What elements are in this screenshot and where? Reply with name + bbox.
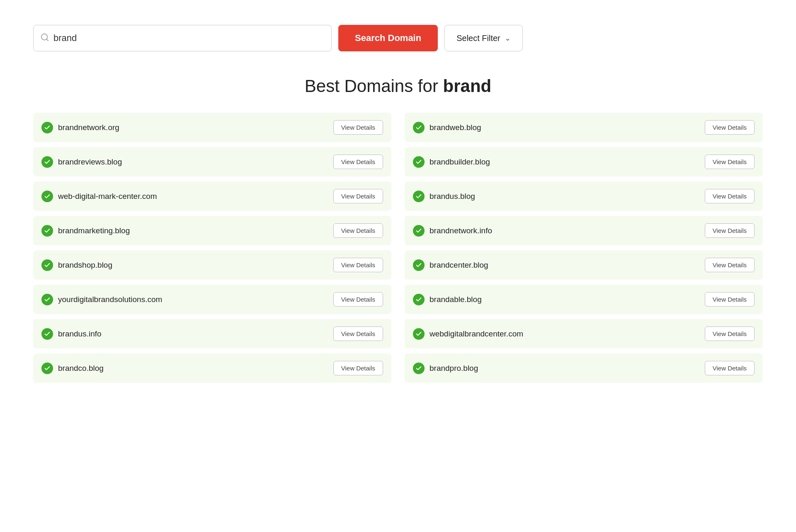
view-details-button[interactable]: View Details (705, 258, 755, 272)
domain-name: brandpro.blog (430, 364, 478, 373)
search-input[interactable] (53, 33, 325, 44)
list-item: brandnetwork.info View Details (405, 216, 763, 245)
domain-left: brandus.info (41, 328, 102, 340)
list-item: brandus.info View Details (33, 319, 391, 348)
list-item: brandshop.blog View Details (33, 250, 391, 280)
list-item: brandreviews.blog View Details (33, 147, 391, 177)
view-details-button[interactable]: View Details (333, 189, 383, 203)
list-item: brandus.blog View Details (405, 181, 763, 211)
view-details-button[interactable]: View Details (705, 223, 755, 238)
search-input-wrapper (33, 25, 332, 51)
domain-name: brandmarketing.blog (58, 226, 130, 235)
domain-left: web-digital-mark-center.com (41, 191, 157, 202)
list-item: brandnetwork.org View Details (33, 113, 391, 142)
svg-line-1 (46, 39, 48, 41)
top-bar: Search Domain Select Filter ⌄ (33, 25, 763, 51)
available-icon (41, 225, 53, 237)
search-domain-button[interactable]: Search Domain (338, 25, 438, 51)
available-icon (41, 363, 53, 374)
domain-name: brandco.blog (58, 364, 104, 373)
domain-left: brandbuilder.blog (413, 156, 490, 168)
domain-name: brandbuilder.blog (430, 157, 490, 167)
available-icon (41, 294, 53, 305)
view-details-button[interactable]: View Details (705, 120, 755, 135)
list-item: brandpro.blog View Details (405, 353, 763, 383)
domain-left: yourdigitalbrandsolutions.com (41, 294, 162, 305)
list-item: webdigitalbrandcenter.com View Details (405, 319, 763, 348)
heading-keyword: brand (443, 76, 492, 96)
domain-name: brandus.info (58, 329, 102, 339)
available-icon (413, 363, 425, 374)
search-icon (40, 33, 49, 44)
filter-label: Select Filter (456, 34, 500, 43)
view-details-button[interactable]: View Details (705, 292, 755, 307)
view-details-button[interactable]: View Details (705, 189, 755, 203)
domain-left: brandmarketing.blog (41, 225, 130, 237)
view-details-button[interactable]: View Details (333, 120, 383, 135)
domain-name: brandreviews.blog (58, 157, 122, 167)
available-icon (413, 191, 425, 202)
list-item: brandcenter.blog View Details (405, 250, 763, 280)
available-icon (41, 328, 53, 340)
view-details-button[interactable]: View Details (705, 326, 755, 341)
available-icon (413, 156, 425, 168)
available-icon (41, 122, 53, 133)
page-heading: Best Domains for brand (33, 76, 763, 96)
domain-left: brandnetwork.org (41, 122, 119, 133)
available-icon (413, 225, 425, 237)
domain-left: brandable.blog (413, 294, 482, 305)
list-item: brandable.blog View Details (405, 285, 763, 314)
domain-name: brandweb.blog (430, 123, 481, 132)
available-icon (41, 191, 53, 202)
domain-left: webdigitalbrandcenter.com (413, 328, 523, 340)
heading-prefix: Best Domains for (305, 76, 443, 96)
domain-name: brandshop.blog (58, 261, 112, 270)
view-details-button[interactable]: View Details (333, 223, 383, 238)
view-details-button[interactable]: View Details (333, 155, 383, 169)
domain-left: brandreviews.blog (41, 156, 122, 168)
view-details-button[interactable]: View Details (333, 361, 383, 375)
domain-left: brandweb.blog (413, 122, 481, 133)
view-details-button[interactable]: View Details (333, 258, 383, 272)
view-details-button[interactable]: View Details (705, 155, 755, 169)
domain-name: brandnetwork.info (430, 226, 492, 235)
domain-left: brandco.blog (41, 363, 104, 374)
domain-name: brandus.blog (430, 192, 475, 201)
list-item: yourdigitalbrandsolutions.com View Detai… (33, 285, 391, 314)
available-icon (41, 156, 53, 168)
available-icon (413, 259, 425, 271)
available-icon (413, 294, 425, 305)
list-item: brandweb.blog View Details (405, 113, 763, 142)
list-item: brandco.blog View Details (33, 353, 391, 383)
domain-left: brandpro.blog (413, 363, 478, 374)
domains-grid: brandnetwork.org View Details brandweb.b… (33, 113, 763, 388)
domain-left: brandus.blog (413, 191, 475, 202)
available-icon (41, 259, 53, 271)
list-item: brandbuilder.blog View Details (405, 147, 763, 177)
chevron-down-icon: ⌄ (505, 34, 511, 43)
domain-left: brandnetwork.info (413, 225, 492, 237)
domain-name: brandable.blog (430, 295, 482, 304)
domain-name: brandcenter.blog (430, 261, 488, 270)
available-icon (413, 122, 425, 133)
view-details-button[interactable]: View Details (333, 326, 383, 341)
list-item: brandmarketing.blog View Details (33, 216, 391, 245)
view-details-button[interactable]: View Details (705, 361, 755, 375)
available-icon (413, 328, 425, 340)
domain-name: yourdigitalbrandsolutions.com (58, 295, 162, 304)
domain-left: brandcenter.blog (413, 259, 488, 271)
domain-name: web-digital-mark-center.com (58, 192, 157, 201)
domain-left: brandshop.blog (41, 259, 112, 271)
list-item: web-digital-mark-center.com View Details (33, 181, 391, 211)
view-details-button[interactable]: View Details (333, 292, 383, 307)
domain-name: webdigitalbrandcenter.com (430, 329, 523, 339)
domain-name: brandnetwork.org (58, 123, 119, 132)
select-filter-button[interactable]: Select Filter ⌄ (444, 25, 523, 51)
